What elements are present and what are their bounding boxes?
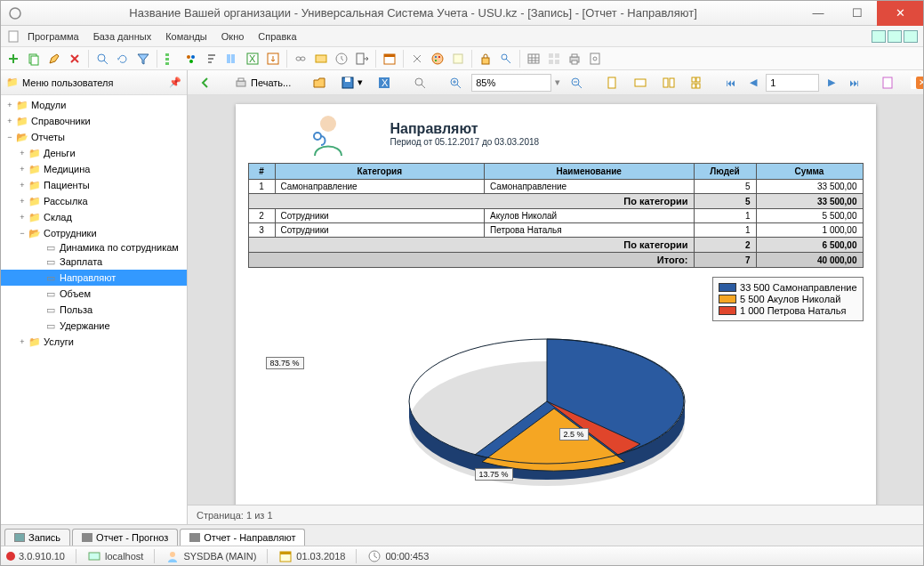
bookmark-button[interactable] [875,73,900,93]
mdi-restore-icon[interactable] [888,30,902,43]
chart-label-b: 13.75 % [475,468,513,481]
expand-icon[interactable]: + [17,337,28,346]
link-button[interactable] [292,50,309,68]
expand-icon[interactable]: − [4,133,15,142]
bottom-tab[interactable]: Отчет - Направляют [180,529,305,546]
tree-view[interactable]: +📁Модули+📁Справочники−📂Отчеты+📁Деньги+📁М… [1,95,187,524]
sort-button[interactable] [203,50,221,68]
tree-item[interactable]: +📁Рассылка [1,193,187,209]
zoom-in-button[interactable] [443,73,468,93]
add-button[interactable] [4,50,22,68]
fit-width-button[interactable] [628,73,653,93]
filter-button[interactable] [134,50,152,68]
print-button[interactable] [566,50,583,68]
history-button[interactable] [333,50,350,68]
tree-item[interactable]: +📁Медицина [1,161,187,177]
table-row: 2СотрудникиАкулов Николай15 500,00 [248,209,863,223]
palette-button[interactable] [429,50,446,68]
mdi-close-icon[interactable] [904,30,918,43]
svg-point-9 [191,55,195,59]
close-report-button[interactable]: ✕ Закрыть [911,77,924,89]
key-button[interactable] [497,50,515,68]
menu-window[interactable]: Окно [214,28,252,44]
bottom-tab[interactable]: Запись [4,529,70,546]
card-button[interactable] [312,50,330,68]
minimize-button[interactable]: — [799,1,838,26]
refresh-button[interactable] [114,50,132,68]
import-button[interactable] [264,50,282,68]
delete-button[interactable] [66,50,84,68]
settings-button[interactable] [408,50,426,68]
zoom-input[interactable] [471,74,551,92]
expand-icon[interactable]: + [17,149,28,158]
expand-icon[interactable]: − [17,229,28,238]
export-excel-button[interactable]: X [244,50,261,68]
tree-item[interactable]: +📁Справочники [1,113,187,129]
edit-button[interactable] [45,50,63,68]
exit-button[interactable] [353,50,371,68]
tree-item[interactable]: +📁Склад [1,209,187,225]
grid-button[interactable] [545,50,563,68]
tree-label: Модули [31,100,66,110]
fit-page-button[interactable] [599,73,624,93]
menu-database[interactable]: База данных [86,28,159,44]
save-button[interactable]: ▾ [335,73,368,93]
svg-text:X: X [382,77,389,88]
search-button[interactable] [93,50,111,68]
note-button[interactable] [449,50,467,68]
tree-item[interactable]: +📁Модули [1,97,187,113]
tree-item[interactable]: ▭Динамика по сотрудникам [1,241,187,254]
last-page-button[interactable]: ⏭ [844,73,864,93]
expand-icon[interactable]: + [17,181,28,190]
tree-button[interactable] [162,50,180,68]
expand-icon[interactable]: + [17,213,28,222]
table-button[interactable] [525,50,542,68]
tree-item[interactable]: ▭Польза [1,302,187,318]
prev-page-button[interactable]: ◀ [744,73,762,93]
expand-icon[interactable]: + [4,101,15,109]
expand-icon[interactable]: + [17,165,28,174]
zoom-out-button[interactable] [564,73,589,93]
bottom-tab[interactable]: Отчет - Прогноз [72,529,178,546]
preview-button[interactable] [586,50,604,68]
menu-commands[interactable]: Команды [158,28,214,44]
open-button[interactable] [307,73,332,93]
tree-item[interactable]: +📁Деньги [1,145,187,161]
copy-button[interactable] [25,50,43,68]
report-viewport[interactable]: Направляют Период от 05.12.2017 до 03.03… [188,95,923,505]
calendar-button[interactable] [381,50,398,68]
titlebar: Название Вашей организации - Универсальн… [1,1,923,26]
file-icon: ▭ [44,272,58,284]
back-button[interactable] [193,73,218,93]
mdi-minimize-icon[interactable] [872,30,886,43]
menu-help[interactable]: Справка [251,28,303,44]
tree-item[interactable]: +📁Пациенты [1,177,187,193]
two-page-button[interactable] [656,73,681,93]
maximize-button[interactable]: ☐ [838,1,877,26]
tree-item[interactable]: −📂Отчеты [1,129,187,145]
tree-item[interactable]: ▭Направляют [1,270,187,286]
print-report-button[interactable]: Печать... [229,73,296,93]
find-button[interactable] [407,73,432,93]
expand-icon[interactable]: + [17,197,28,206]
tree-item[interactable]: +📁Услуги [1,334,187,350]
tree-item[interactable]: ▭Объем [1,286,187,302]
close-button[interactable]: ✕ [877,1,923,26]
svg-rect-18 [316,55,326,62]
lock-button[interactable] [477,50,494,68]
next-page-button[interactable]: ▶ [823,73,840,93]
doctor-icon [301,111,355,156]
folder-icon: 📁 [28,180,42,191]
menu-program[interactable]: Программа [20,28,86,44]
tree-item[interactable]: ▭Зарплата [1,254,187,270]
group-button[interactable] [182,50,200,68]
multi-page-button[interactable] [685,73,710,93]
expand-icon[interactable]: + [4,117,15,125]
tree-item[interactable]: ▭Удержание [1,318,187,334]
first-page-button[interactable]: ⏮ [720,73,741,93]
tree-item[interactable]: −📂Сотрудники [1,225,187,241]
page-input[interactable] [766,74,819,92]
save-excel-button[interactable]: X [372,73,397,93]
pin-icon[interactable]: 📌 [169,77,181,88]
columns-button[interactable] [223,50,241,68]
